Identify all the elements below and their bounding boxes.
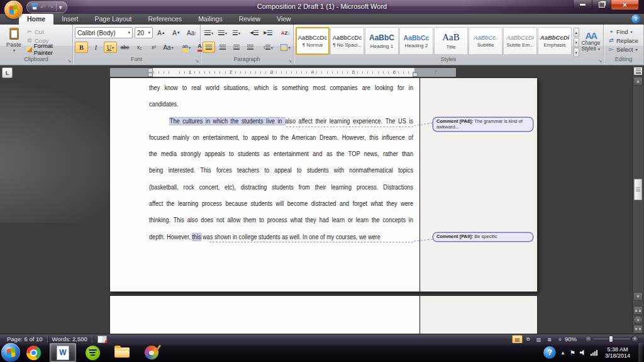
ruler-toggle-button[interactable] [633,67,643,76]
word-count[interactable]: Words: 2,500 [48,336,92,342]
find-button[interactable]: ⌖Find▾ [606,27,641,36]
taskbar-explorer-button[interactable] [109,343,135,362]
tab-insert[interactable]: Insert [53,14,86,25]
horizontal-ruler[interactable]: 1234567 [110,68,456,77]
taskbar-paint-button[interactable] [138,343,165,362]
web-layout-view-button[interactable]: ▥ [533,335,544,344]
paste-button[interactable]: Paste ▾ [2,26,26,56]
restore-button[interactable] [592,0,611,10]
commented-text[interactable]: this [192,234,201,240]
outline-view-button[interactable]: ≣ [544,335,555,344]
action-center-icon[interactable]: ⚑ [570,349,575,356]
volume-icon[interactable] [580,349,586,356]
clock[interactable]: 5:38 AM 3/18/2014 [602,346,633,359]
strikethrough-button[interactable]: abc [118,42,131,53]
align-center-button[interactable] [216,42,229,53]
zoom-out-button[interactable]: − [585,336,592,342]
line-spacing-button[interactable]: ↕▾ [262,42,274,53]
zoom-slider-track[interactable] [594,339,630,339]
taskbar-chrome-button[interactable] [20,343,47,362]
text-line[interactable]: the media strongly appeals to students a… [149,146,413,162]
help-tray-icon[interactable]: ? [543,346,556,359]
tab-page-layout[interactable]: Page Layout [86,14,140,25]
print-layout-view-button[interactable]: ▤ [512,335,523,344]
shrink-font-button[interactable]: A▼ [170,27,183,38]
italic-button[interactable]: I [89,42,103,53]
bullets-button[interactable]: ▾ [203,27,215,38]
zoom-in-button[interactable]: + [631,336,638,342]
draft-view-button[interactable]: ≡ [555,335,565,344]
align-left-button[interactable] [203,42,215,53]
style-emphasis[interactable]: AaBbCcDiEmphasis [538,27,572,55]
full-screen-reading-view-button[interactable]: ⧉ [523,335,533,344]
numbering-button[interactable]: ▾ [216,27,229,38]
text-line[interactable]: depth. However, this was shown in colleg… [149,229,413,246]
paragraph-dialog-launcher[interactable]: ↘ [288,59,292,63]
text-line[interactable]: thinking. This also does not allow them … [149,212,413,229]
format-painter-button[interactable]: Format Painter [26,45,72,53]
replace-button[interactable]: ⇄Replace [606,36,641,45]
text-line[interactable]: (basketball, rock concert, etc), distrac… [149,179,413,196]
style-subtitle[interactable]: AaBbCc.Subtitle [469,27,502,55]
sort-button[interactable]: AZ↓ [279,27,292,38]
change-styles-button[interactable]: AA Change Styles ▾ [580,27,601,55]
previous-page-button[interactable]: ▲▲ [633,306,643,315]
subscript-button[interactable]: x₂ [133,42,146,53]
font-name-combo[interactable]: Calibri (Body)▾ [75,27,133,38]
superscript-button[interactable]: x² [147,42,160,53]
clipboard-dialog-launcher[interactable]: ↘ [67,59,71,63]
document-page-next[interactable] [110,296,420,334]
text-highlight-button[interactable]: ab▾ [180,42,193,53]
text-line[interactable]: being interested. This forces teachers t… [149,162,413,179]
left-indent-marker[interactable] [148,72,153,77]
document-page[interactable]: they know to real world situations, whic… [110,78,420,291]
scroll-up-button[interactable]: ▲ [633,77,643,86]
align-right-button[interactable] [230,42,243,53]
style-heading-1[interactable]: AaBbCHeading 1 [365,27,399,55]
styles-dialog-launcher[interactable]: ↘ [598,59,602,63]
save-button[interactable] [31,3,38,11]
page-indicator[interactable]: Page: 6 of 10 [3,336,47,342]
comment-balloon[interactable]: Comment [PA8]: The grammar is kind of aw… [433,117,533,132]
gallery-scroll-down-button[interactable]: ▼ [574,38,579,47]
change-case-button[interactable]: Aa▾ [162,42,175,53]
vertical-scrollbar[interactable]: ▲ ▼ ▲▲ ● ▼▼ [632,65,643,334]
cut-button[interactable]: ✂Cut [26,28,72,35]
tab-references[interactable]: References [140,14,190,25]
office-button[interactable] [4,1,23,19]
commented-text[interactable]: The cultures in which the students live … [170,118,285,125]
gallery-scroll-up-button[interactable]: ▲ [574,28,579,37]
font-dialog-launcher[interactable]: ↘ [195,59,199,63]
font-size-combo[interactable]: 20▾ [135,27,153,38]
text-line[interactable]: affect the learning process because stud… [149,196,413,212]
proofing-errors-icon[interactable] [97,336,107,343]
start-button[interactable] [1,343,20,362]
right-indent-marker[interactable] [413,72,418,77]
scroll-down-button[interactable]: ▼ [633,292,643,301]
taskbar-spotify-button[interactable] [79,343,106,362]
redo-button[interactable]: ↷ [48,3,53,11]
select-button[interactable]: ▻Select▾ [606,45,641,54]
clear-formatting-button[interactable]: Aa [185,27,198,38]
tab-stop-selector[interactable]: L [2,67,13,78]
comment-balloon[interactable]: Comment [PA9]: Be specific [433,232,533,242]
tab-mailings[interactable]: Mailings [190,14,231,25]
show-desktop-button[interactable] [638,343,643,362]
minimize-button[interactable] [573,0,592,10]
style-no-spaci[interactable]: AaBbCcDc¶ No Spaci... [330,27,364,55]
help-button[interactable]: ? [631,14,640,23]
text-line[interactable]: focused mainly on entertainment, to appe… [149,130,413,146]
decrease-indent-button[interactable]: ◀ [248,27,260,38]
close-button[interactable]: ✕ [611,0,639,10]
shading-button[interactable]: ▾ [279,42,292,53]
qat-customize-button[interactable]: ▾ [59,3,62,11]
text-line[interactable]: they know to real world situations, whic… [149,80,413,96]
tab-view[interactable]: View [269,14,299,25]
underline-button[interactable]: U▾ [104,42,117,53]
taskbar-word-button[interactable]: W [50,343,76,362]
zoom-level[interactable]: 90% [565,336,577,342]
zoom-slider-thumb[interactable] [609,336,613,342]
style-normal[interactable]: AaBbCcDc¶ Normal [296,27,330,55]
tab-review[interactable]: Review [231,14,269,25]
style-heading-2[interactable]: AaBbCcHeading 2 [399,27,433,55]
